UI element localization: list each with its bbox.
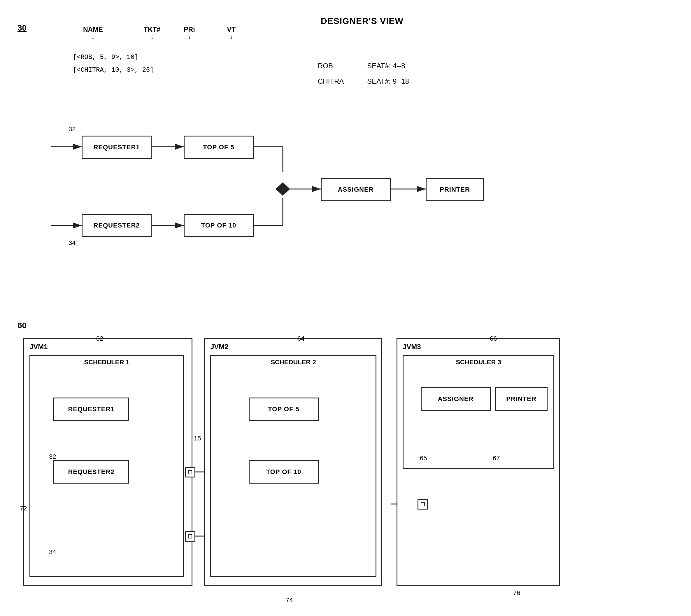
buffer1 xyxy=(185,467,195,478)
ref-76: 76 xyxy=(513,589,520,597)
label-30: 30 xyxy=(18,23,26,33)
buffer3 xyxy=(418,499,428,509)
jvm1-box: JVM1 SCHEDULER 1 REQUESTER1 REQUESTER2 xyxy=(23,338,193,586)
col-name: NAME xyxy=(83,26,103,34)
assigner-bottom: ASSIGNER xyxy=(421,387,491,411)
data-rows: [<ROB, 5, 9>, 10] [<CHITRA, 10, 3>, 25] xyxy=(73,51,154,77)
ref-62: 62 xyxy=(96,335,103,343)
top-of-10-bottom: TOP OF 10 xyxy=(249,460,319,484)
printer-box-top: PRINTER xyxy=(426,178,484,201)
jvm3-box: JVM3 SCHEDULER 3 ASSIGNER PRINTER xyxy=(397,338,560,586)
diagram-container: 30 DESIGNER'S VIEW NAME ↓ TKT# ↓ PRi ↓ V… xyxy=(0,0,691,616)
buffer2 xyxy=(185,531,195,542)
jvm3-label: JVM3 xyxy=(403,343,421,351)
chitra-seat: SEAT#: 9--18 xyxy=(367,74,409,89)
ref-32-bottom: 32 xyxy=(49,453,56,461)
jvm1-label: JVM1 xyxy=(29,343,48,351)
ref-66: 66 xyxy=(490,335,497,343)
col-tkt: TKT# xyxy=(144,26,161,34)
rob-seat: SEAT#: 4--8 xyxy=(367,58,409,74)
assigner-box-top: ASSIGNER xyxy=(321,178,391,201)
ref-34-top: 34 xyxy=(68,239,75,247)
top-of-5-box-top: TOP OF 5 xyxy=(184,136,254,159)
ref-64: 64 xyxy=(297,335,305,343)
requester2-box-top: REQUESTER2 xyxy=(82,214,152,237)
top-of-5-bottom: TOP OF 5 xyxy=(249,398,319,421)
designers-view-title: DESIGNER'S VIEW xyxy=(321,16,403,26)
top-of-10-box-top: TOP OF 10 xyxy=(184,214,254,237)
seat-info: ROB CHITRA SEAT#: 4--8 SEAT#: 9--18 xyxy=(318,58,409,89)
printer-bottom: PRINTER xyxy=(495,387,548,411)
chitra-label: CHITRA xyxy=(318,74,344,89)
ref-65: 65 xyxy=(420,455,427,462)
svg-marker-10 xyxy=(275,182,290,196)
ref-74: 74 xyxy=(286,596,293,604)
requester1-box-top: REQUESTER1 xyxy=(82,136,152,159)
requester1-bottom: REQUESTER1 xyxy=(53,398,129,421)
ref-72: 72 xyxy=(20,505,27,512)
col-pri: PRi xyxy=(184,26,195,34)
ref-67: 67 xyxy=(493,455,500,462)
column-headers: NAME ↓ TKT# ↓ PRi ↓ VT ↓ xyxy=(83,26,236,40)
ref-34-bottom: 34 xyxy=(49,548,56,556)
ref-32-top: 32 xyxy=(68,126,75,133)
data-row2: [<CHITRA, 10, 3>, 25] xyxy=(73,64,154,77)
label-60: 60 xyxy=(18,321,26,330)
col-vt: VT xyxy=(227,26,236,34)
jvm2-box: JVM2 SCHEDULER 2 TOP OF 5 TOP OF 10 xyxy=(204,338,382,586)
jvm2-label: JVM2 xyxy=(210,343,228,351)
data-row1: [<ROB, 5, 9>, 10] xyxy=(73,51,154,64)
rob-label: ROB xyxy=(318,58,344,74)
requester2-bottom: REQUESTER2 xyxy=(53,460,129,484)
scheduler3-box: SCHEDULER 3 xyxy=(403,355,554,469)
ref-15: 15 xyxy=(194,435,201,442)
